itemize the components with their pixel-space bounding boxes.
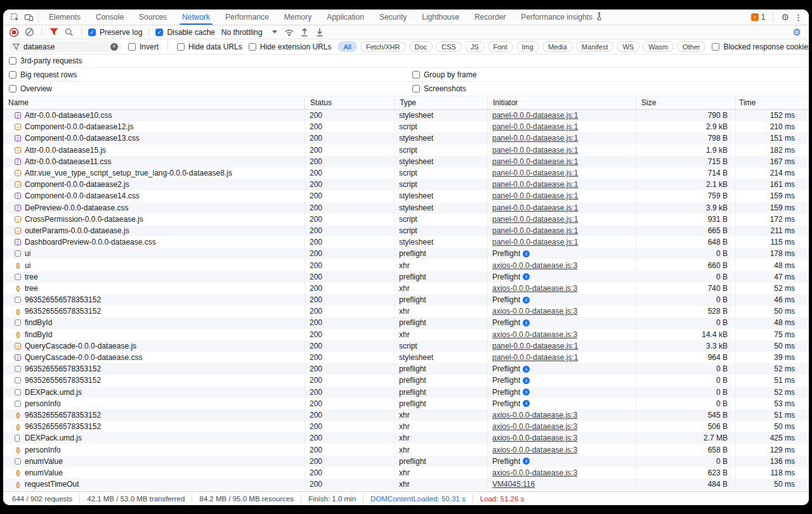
table-row[interactable]: {}personInfo200xhraxios-0.0.0-dataease.j… [3,444,809,455]
import-har-icon[interactable] [299,27,310,38]
table-row[interactable]: {}findById200xhraxios-0.0.0-dataease.js:… [3,329,809,340]
table-row[interactable]: {}enumValue200xhraxios-0.0.0-dataease.js… [3,467,809,479]
initiator-link[interactable]: panel-0.0.0-dataease.js:1 [492,122,578,131]
filter-pill-media[interactable]: Media [542,41,573,52]
filter-pill-css[interactable]: CSS [436,41,462,52]
tab-performance-insights[interactable]: Performance insights [513,10,610,25]
preflight-info-icon[interactable]: i [523,400,530,407]
settings-gear-icon[interactable]: ⚙ [781,13,789,22]
preflight-info-icon[interactable]: i [523,319,530,326]
table-row[interactable]: DEXPack.umd.js200xhraxios-0.0.0-dataease… [3,432,809,444]
device-toolbar-icon[interactable] [22,10,36,25]
table-row[interactable]: ‹›Component-0.0.0-dataease2.js200scriptp… [3,179,809,190]
more-options-icon[interactable]: ⋮ [794,13,802,22]
tab-recorder[interactable]: Recorder [467,10,513,25]
filter-pill-font[interactable]: Font [488,41,513,52]
initiator-link[interactable]: panel-0.0.0-dataease.js:1 [492,169,578,177]
tab-application[interactable]: Application [319,10,372,25]
column-header-status[interactable]: Status [305,96,395,109]
column-header-size[interactable]: Size [636,96,736,109]
initiator-link[interactable]: panel-0.0.0-dataease.js:1 [492,238,578,247]
hide-extension-urls-checkbox[interactable]: Hide extension URLs [249,42,332,51]
initiator-link[interactable]: axios-0.0.0-dataease.js:3 [492,261,577,270]
preflight-info-icon[interactable]: i [523,366,530,373]
third-party-requests-checkbox[interactable]: 3rd-party requests [9,56,82,65]
column-header-time[interactable]: Time [736,96,809,109]
table-row[interactable]: {}ui200xhraxios-0.0.0-dataease.js:3660 B… [3,259,809,271]
table-row[interactable]: {}requestTimeOut200xhrVM4045:116484 B50 … [3,479,809,490]
initiator-link[interactable]: panel-0.0.0-dataease.js:1 [492,134,578,143]
initiator-link[interactable]: VM4045:116 [492,480,535,489]
initiator-link[interactable]: axios-0.0.0-dataease.js:3 [492,468,577,477]
table-row[interactable]: personInfo200preflightPreflighti0 B53 ms [3,398,809,409]
table-row[interactable]: tree200preflightPreflighti0 B47 ms [3,271,809,283]
table-row[interactable]: /Component-0.0.0-dataease13.css200styles… [3,132,809,144]
invert-checkbox[interactable]: Invert [128,42,159,51]
network-filter-input[interactable] [23,42,107,51]
filter-pill-img[interactable]: Img [516,41,539,52]
filter-pill-fetch-xhr[interactable]: Fetch/XHR [360,41,406,52]
table-row[interactable]: ‹›CrossPermission-0.0.0-dataease.js200sc… [3,214,809,225]
blocked-response-cookies-checkbox[interactable]: Blocked response cookies [712,42,809,51]
filter-pill-ws[interactable]: WS [617,41,639,52]
filter-pill-all[interactable]: All [337,41,357,52]
filter-pill-js[interactable]: JS [465,41,485,52]
inspect-element-icon[interactable] [8,10,22,25]
table-row[interactable]: /Attr-0.0.0-dataease11.css200stylesheetp… [3,156,809,167]
initiator-link[interactable]: axios-0.0.0-dataease.js:3 [492,434,577,442]
export-har-icon[interactable] [314,27,325,38]
filter-pill-other[interactable]: Other [677,41,706,52]
table-row[interactable]: /QueryCascade-0.0.0-dataease.css200style… [3,352,809,363]
preserve-log-checkbox[interactable]: Preserve log [88,28,142,37]
table-row[interactable]: {}963526556578353152200xhraxios-0.0.0-da… [3,305,809,317]
initiator-link[interactable]: axios-0.0.0-dataease.js:3 [492,411,577,420]
initiator-link[interactable]: panel-0.0.0-dataease.js:1 [492,146,578,155]
big-request-rows-checkbox[interactable]: Big request rows [9,70,77,79]
filter-pill-wasm[interactable]: Wasm [643,41,674,52]
table-row[interactable]: ‹›Attr.vue_vue_type_script_setup_true_la… [3,167,809,179]
issues-badge[interactable]: ! 1 [751,13,766,22]
table-row[interactable]: ‹›Component-0.0.0-dataease12.js200script… [3,121,809,132]
screenshots-checkbox[interactable]: Screenshots [412,84,466,93]
table-row[interactable]: enumValue200preflightPreflighti0 B136 ms [3,456,809,467]
table-row[interactable]: {}963526556578353152200xhraxios-0.0.0-da… [3,409,809,421]
initiator-link[interactable]: axios-0.0.0-dataease.js:3 [492,284,577,293]
table-row[interactable]: 963526556578353152200preflightPreflighti… [3,363,809,375]
record-network-log-icon[interactable] [8,27,20,38]
filter-icon[interactable] [48,27,60,38]
filter-pill-manifest[interactable]: Manifest [576,41,614,52]
network-conditions-icon[interactable] [284,27,295,38]
initiator-link[interactable]: axios-0.0.0-dataease.js:3 [492,422,577,431]
initiator-link[interactable]: panel-0.0.0-dataease.js:1 [492,180,578,189]
preflight-info-icon[interactable]: i [523,297,530,304]
column-header-initiator[interactable]: Initiator [488,96,636,109]
table-row[interactable]: ‹›outerParams-0.0.0-dataease.js200script… [3,225,809,236]
tab-console[interactable]: Console [88,10,131,25]
initiator-link[interactable]: panel-0.0.0-dataease.js:1 [492,215,578,224]
disable-cache-checkbox[interactable]: Disable cache [155,28,214,37]
table-row[interactable]: /DashboardPreview-0.0.0-dataease.css200s… [3,236,809,248]
initiator-link[interactable]: panel-0.0.0-dataease.js:1 [492,342,578,350]
initiator-link[interactable]: panel-0.0.0-dataease.js:1 [492,111,578,120]
column-header-name[interactable]: Name [3,96,305,109]
tab-elements[interactable]: Elements [41,10,88,25]
table-row[interactable]: ‹›QueryCascade-0.0.0-dataease.js200scrip… [3,340,809,352]
initiator-link[interactable]: panel-0.0.0-dataease.js:1 [492,226,578,235]
initiator-link[interactable]: panel-0.0.0-dataease.js:1 [492,157,578,166]
table-row[interactable]: ‹›Attr-0.0.0-dataease15.js200scriptpanel… [3,145,809,156]
table-row[interactable]: {}963526556578353152200xhraxios-0.0.0-da… [3,421,809,432]
preflight-info-icon[interactable]: i [523,458,530,465]
search-icon[interactable] [63,27,75,38]
tab-sources[interactable]: Sources [131,10,174,25]
tab-lighthouse[interactable]: Lighthouse [414,10,467,25]
initiator-link[interactable]: panel-0.0.0-dataease.js:1 [492,203,578,212]
table-row[interactable]: /Component-0.0.0-dataease14.css200styles… [3,190,809,202]
table-row[interactable]: /Attr-0.0.0-dataease10.css200stylesheetp… [3,110,809,121]
filter-pill-doc[interactable]: Doc [409,41,433,52]
preflight-info-icon[interactable]: i [523,250,530,257]
initiator-link[interactable]: axios-0.0.0-dataease.js:3 [492,446,577,454]
group-by-frame-checkbox[interactable]: Group by frame [412,70,476,79]
tab-network[interactable]: Network [174,10,218,25]
hide-data-urls-checkbox[interactable]: Hide data URLs [177,42,242,51]
table-row[interactable]: DEXPack.umd.js200preflightPreflighti0 B5… [3,387,809,398]
